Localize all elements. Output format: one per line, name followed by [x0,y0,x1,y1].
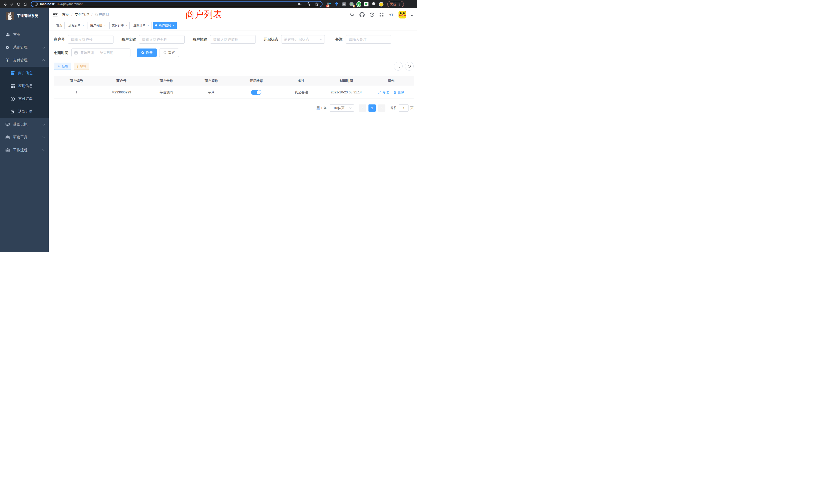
share-icon[interactable] [306,2,310,6]
breadcrumb-home[interactable]: 首页 [62,12,69,17]
breadcrumb-pay[interactable]: 支付管理 [75,12,89,17]
chevron-down-icon [42,135,45,138]
date-start-placeholder[interactable]: 开始日期 [80,50,94,55]
chevron-down-icon [42,148,45,151]
tab-refund-order[interactable]: 退款订单× [131,22,151,29]
tab-close-icon[interactable]: × [104,24,106,27]
page-size-select[interactable]: 10条/页 [330,105,354,112]
extension-chat-icon[interactable] [364,2,369,7]
pay-submenu: 商户信息 应用信息 支付订单 [0,67,49,118]
page-number-button[interactable]: 1 [369,105,376,112]
chevron-down-icon [42,45,45,48]
extension-tray-icon[interactable]: 1 [349,2,354,7]
sidebar-item-merchant-info[interactable]: 商户信息 [0,67,49,79]
edit-link[interactable]: 修改 [378,90,389,95]
sidebar-item-devtools[interactable]: 研发工具 [0,131,49,144]
browser-menu-icon[interactable]: ⋮ [398,2,401,6]
refresh-table-button[interactable] [405,62,414,71]
extension-command-icon[interactable]: ⌘ [342,2,346,7]
header-search-icon[interactable] [350,12,355,17]
extensions-puzzle-icon[interactable] [371,2,376,7]
total-suffix: 条 [324,106,327,110]
avatar-dropdown-caret[interactable] [411,15,413,17]
active-tab-dot [155,24,157,26]
forward-icon[interactable] [9,2,14,7]
bookmark-star-icon[interactable] [314,2,319,6]
back-icon[interactable] [3,2,8,7]
download-icon: ↓ [77,65,78,68]
extension-badge: 1 [353,5,355,7]
profile-avatar-icon[interactable] [379,2,383,7]
tabs-bar: 首页 流程表单× 用户分组× 支付订单× 退款订单× 商户信息× [49,21,417,30]
topbar: 首页 / 支付管理 / 商户信息 [49,8,417,21]
app-logo-row[interactable]: 芋道管理系统 [0,8,49,24]
tab-close-icon[interactable]: × [173,24,174,27]
password-key-icon[interactable] [298,2,302,6]
tab-label: 退款订单 [133,23,146,28]
tab-user-group[interactable]: 用户分组× [88,22,108,29]
reset-button[interactable]: 重置 [159,48,179,57]
tab-close-icon[interactable]: × [147,24,149,27]
github-icon[interactable] [359,12,365,17]
url-bar[interactable]: localhost:1024/pay/merchant [31,1,323,7]
sidebar-item-app-info[interactable]: 应用信息 [0,79,49,92]
date-separator: - [96,51,97,55]
site-info-icon[interactable] [35,2,38,6]
status-toggle[interactable] [251,90,261,95]
next-page-button[interactable]: › [378,105,386,112]
extension-pin-icon[interactable]: 10 [327,2,331,7]
reload-icon[interactable] [16,2,21,7]
goto-page-input[interactable] [399,105,409,112]
show-search-toggle-button[interactable] [394,62,403,71]
sidebar-item-home[interactable]: 首页 [0,28,49,41]
browser-update-button[interactable]: 更新 ⋮ [387,1,404,7]
sidebar-item-infra[interactable]: 基础设施 [0,118,49,131]
remark-input[interactable] [346,35,391,44]
sidebar-item-refund-order[interactable]: 退款订单 [0,105,49,118]
font-size-icon[interactable]: ᴛT [389,12,394,17]
breadcrumb-current: 商户信息 [95,12,109,17]
gear-icon [5,45,10,49]
merchant-fullname-input[interactable] [139,35,184,44]
tab-process-form[interactable]: 流程表单× [66,22,86,29]
extension-kite-icon[interactable] [334,2,339,7]
filter-label: 商户全称 [122,37,136,42]
delete-link-label: 删除 [397,90,404,95]
cell-merchant-no: M233666999 [99,86,144,99]
cell-full-name: 芋道源码 [144,86,189,99]
sidebar-item-workflow[interactable]: 工作流程 [0,144,49,157]
table-header-row: 商户编号 商户号 商户全称 商户简称 开启状态 备注 创建时间 操作 [54,76,414,86]
user-avatar[interactable] [398,11,406,19]
tab-close-icon[interactable]: × [83,24,84,27]
collapse-sidebar-icon[interactable] [53,12,58,17]
topbar-actions: ᴛT [350,11,413,19]
sidebar-item-system[interactable]: 系统管理 [0,41,49,54]
prev-page-button[interactable]: ‹ [359,105,366,112]
chevron-up-icon [42,59,45,62]
export-button[interactable]: ↓ 导出 [74,63,89,70]
tab-merchant-info[interactable]: 商户信息× [153,22,177,29]
add-button[interactable]: ＋ 新增 [54,63,71,70]
sidebar-item-pay[interactable]: ¥ 支付管理 [0,54,49,67]
extension-yudao-icon[interactable]: y [356,2,361,7]
date-end-placeholder[interactable]: 结束日期 [100,50,113,55]
tab-home[interactable]: 首页 [54,22,65,29]
status-select[interactable]: 请选择开启状态 [281,35,325,44]
update-label: 更新 [390,2,396,6]
merchant-no-input[interactable] [68,35,113,44]
tab-close-icon[interactable]: × [126,24,127,27]
sidebar-item-pay-order[interactable]: 支付订单 [0,92,49,105]
grid-table-icon [10,84,15,88]
help-icon[interactable] [369,12,374,17]
search-button[interactable]: 搜索 [137,48,157,57]
merchant-shortname-input[interactable] [210,35,256,44]
pagination: 共 1 条 10条/页 ‹ 1 › 前往 页 [54,105,414,112]
delete-link[interactable]: 删除 [393,90,404,95]
home-icon[interactable] [23,2,28,7]
create-time-range-picker[interactable]: 开始日期 - 结束日期 [71,48,130,57]
tab-pay-order[interactable]: 支付订单× [109,22,130,29]
fullscreen-icon[interactable] [379,12,384,17]
app-title: 芋道管理系统 [17,14,38,18]
sidebar-menu: 首页 系统管理 ¥ 支付管理 [0,28,49,157]
total-prefix: 共 [316,106,320,110]
